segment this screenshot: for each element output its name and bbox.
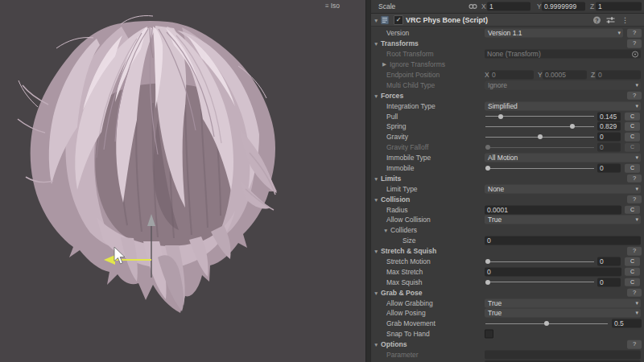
value-field[interactable]: 0.0001 — [485, 205, 621, 214]
component-help-icon[interactable]: ? — [593, 16, 601, 23]
axis-field-y[interactable]: 0.0005 — [543, 71, 587, 80]
dropdown-allow-grabbing[interactable]: True▾ — [485, 298, 641, 307]
section-label: Forces — [381, 92, 403, 100]
object-reference-field[interactable]: None (Transform) — [485, 50, 641, 59]
slider-value-field[interactable]: 0 — [597, 143, 621, 152]
section-help-button[interactable]: ? — [627, 247, 642, 256]
scene-render — [0, 0, 365, 362]
constrain-proportions-icon[interactable] — [469, 3, 477, 10]
slider-value-field[interactable]: 0 — [597, 278, 621, 286]
curve-button[interactable]: C — [625, 205, 640, 214]
section-label: Collision — [381, 195, 410, 204]
scene-view[interactable]: ≡ Iso — [0, 0, 365, 362]
curve-button[interactable]: C — [625, 278, 640, 287]
slider-knob[interactable] — [485, 280, 490, 285]
checkbox-snap-to-hand[interactable] — [485, 330, 493, 339]
scene-orientation-control[interactable]: ≡ Iso — [325, 2, 340, 10]
dropdown-value: Ignore — [488, 80, 507, 88]
slider-knob[interactable] — [544, 321, 549, 326]
slider-knob[interactable] — [570, 124, 575, 129]
section-help-button[interactable]: ? — [627, 39, 642, 48]
curve-button[interactable]: C — [625, 143, 640, 152]
dropdown-value: None — [488, 184, 504, 192]
section-foldout-arrow[interactable]: ▼ — [374, 196, 378, 202]
slider-knob[interactable] — [485, 166, 490, 171]
slider-value-field[interactable]: 0.145 — [597, 112, 621, 121]
component-menu-kebab-icon[interactable]: ⋮ — [621, 16, 629, 23]
slider-track[interactable] — [485, 282, 594, 282]
row-allow-grabbing: Allow GrabbingTrue▾ — [371, 298, 644, 308]
curve-button[interactable]: C — [625, 257, 640, 266]
inspector-rows: VersionVersion 1.1▾?▼Transforms?Root Tra… — [371, 28, 644, 360]
slider-track[interactable] — [485, 126, 594, 127]
section-foldout-arrow[interactable]: ▼ — [374, 290, 378, 295]
value-field[interactable] — [485, 351, 641, 360]
slider-value-field[interactable]: 0.829 — [597, 122, 621, 131]
axis-field-z[interactable]: 0 — [596, 71, 641, 80]
foldout-arrow[interactable]: ▶ — [382, 61, 386, 68]
panel-divider-scrollbar[interactable] — [365, 0, 371, 362]
dropdown-value: True — [488, 216, 502, 224]
chevron-down-icon: ▾ — [635, 309, 638, 317]
component-enabled-checkbox[interactable]: ✓ — [394, 15, 403, 25]
help-button[interactable]: ? — [627, 29, 642, 38]
row-allow-posing: Allow PosingTrue▾ — [371, 308, 644, 319]
slider-value-field[interactable]: 0 — [597, 257, 621, 266]
property-label: Size — [402, 237, 416, 245]
curve-button[interactable]: C — [625, 164, 640, 173]
curve-button[interactable]: C — [625, 268, 640, 277]
chevron-down-icon: ▾ — [635, 154, 638, 162]
slider-value-field[interactable]: 0 — [597, 133, 621, 142]
curve-button[interactable]: C — [625, 112, 640, 121]
dropdown-value: Version 1.1 — [488, 29, 522, 37]
foldout-arrow[interactable]: ▼ — [383, 228, 388, 233]
dropdown-limit-type[interactable]: None▾ — [485, 184, 641, 193]
dropdown-allow-posing[interactable]: True▾ — [485, 309, 641, 318]
dropdown-immobile-type[interactable]: All Motion▾ — [485, 154, 641, 162]
dropdown-value: All Motion — [488, 154, 518, 162]
slider-knob[interactable] — [485, 259, 490, 264]
scale-y-label: Y — [537, 2, 542, 10]
slider-knob[interactable] — [538, 134, 543, 139]
scale-y-field[interactable]: 0.9999999 — [542, 2, 585, 11]
scale-z-field[interactable]: 1 — [596, 2, 642, 11]
value-field[interactable]: 0 — [485, 267, 621, 276]
section-help-button[interactable]: ? — [627, 175, 642, 183]
row-root-transform: Root TransformNone (Transform) — [371, 49, 644, 60]
row-ignore-transforms: ▶Ignore Transforms — [371, 60, 644, 70]
slider-value-field[interactable]: 0 — [597, 164, 621, 173]
slider-value-field[interactable]: 0.5 — [612, 319, 642, 328]
dropdown-version[interactable]: Version 1.1▾ — [485, 29, 623, 38]
dropdown-integration-type[interactable]: Simplified▾ — [485, 101, 641, 110]
section-foldout-arrow[interactable]: ▼ — [374, 41, 378, 47]
slider-knob[interactable] — [485, 145, 490, 150]
section-foldout-arrow[interactable]: ▼ — [374, 93, 378, 98]
slider-track[interactable] — [485, 168, 594, 169]
row-gravity-falloff: Gravity Falloff0C — [371, 142, 644, 153]
axis-field-x[interactable]: 0 — [489, 71, 534, 80]
component-header[interactable]: ▼ ✓ VRC Phys Bone (Script) ? ⋮ — [371, 13, 644, 27]
slider-track[interactable] — [485, 261, 594, 262]
dropdown-multi-child-type[interactable]: Ignore▾ — [485, 80, 641, 89]
property-label: Immobile — [386, 164, 414, 172]
scale-x-field[interactable]: 1 — [487, 2, 530, 11]
section-foldout-arrow[interactable]: ▼ — [374, 249, 378, 254]
dropdown-allow-collision[interactable]: True▾ — [485, 216, 641, 224]
slider-knob[interactable] — [498, 114, 503, 119]
row-max-squish: Max Squish0C — [371, 277, 644, 287]
curve-button[interactable]: C — [625, 122, 640, 131]
component-foldout-arrow[interactable]: ▼ — [374, 17, 378, 23]
curve-button[interactable]: C — [625, 133, 640, 142]
section-help-button[interactable]: ? — [627, 340, 642, 349]
section-help-button[interactable]: ? — [627, 288, 642, 297]
presets-icon[interactable] — [606, 16, 615, 23]
slider-track[interactable] — [485, 147, 594, 148]
section-help-button[interactable]: ? — [627, 92, 642, 101]
section-help-button[interactable]: ? — [627, 195, 642, 204]
value-field[interactable]: 0 — [485, 237, 641, 245]
object-picker-icon[interactable] — [632, 51, 638, 58]
section-foldout-arrow[interactable]: ▼ — [374, 175, 378, 181]
property-label: Version — [386, 29, 409, 37]
section-foldout-arrow[interactable]: ▼ — [374, 342, 378, 348]
chevron-down-icon: ▾ — [635, 184, 638, 192]
